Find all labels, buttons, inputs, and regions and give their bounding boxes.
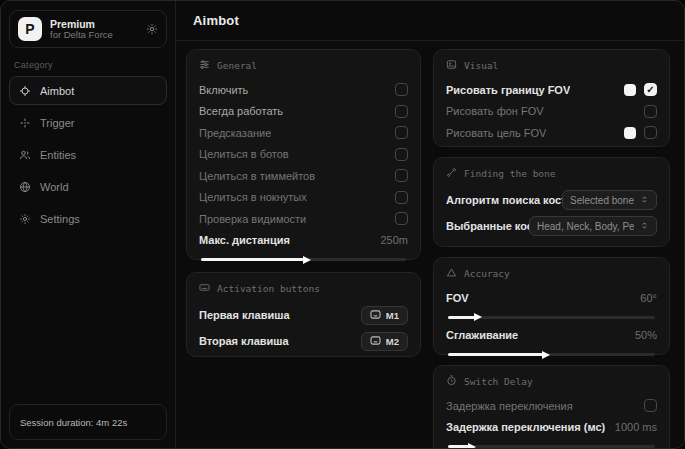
slider-thumb[interactable]: [303, 256, 311, 264]
main-header: Aimbot: [176, 1, 684, 41]
bone-row: Алгоритм поиска кост Selected bone: [446, 187, 657, 213]
trigger-icon: [19, 117, 31, 129]
sidebar-item-world[interactable]: World: [9, 172, 167, 201]
smoothing-label: Сглаживание: [446, 329, 518, 341]
slider-thumb[interactable]: [468, 443, 476, 449]
sidebar: P Premium for Delta Force Category Aimbo…: [1, 1, 176, 448]
fov-target-controls: [624, 126, 657, 139]
slider-label-row: FOV 60°: [446, 287, 657, 309]
target-knocked-checkbox[interactable]: [395, 191, 408, 204]
gear-icon[interactable]: [146, 23, 158, 35]
bone-algorithm-label: Алгоритм поиска кост: [446, 194, 562, 206]
switch-delay-checkbox[interactable]: [644, 399, 657, 412]
keycap-icon: [370, 336, 381, 347]
fov-background-checkbox[interactable]: [644, 105, 657, 118]
slider-label-row: Макс. дистанция 250m: [199, 230, 408, 252]
second-key-button[interactable]: M2: [361, 332, 408, 351]
accuracy-header: Accuracy: [446, 267, 657, 280]
first-key-button[interactable]: M1: [361, 306, 408, 325]
toggle-row: Задержка переключения: [446, 395, 657, 417]
visual-title: Visual: [464, 60, 498, 71]
max-distance-label: Макс. дистанция: [199, 234, 290, 246]
activation-card: Activation buttons Первая клавиша M1 Вто…: [186, 272, 421, 357]
brand-card: P Premium for Delta Force: [9, 10, 167, 48]
updown-chevrons-icon: [640, 221, 649, 232]
toggle-label: Проверка видимости: [199, 213, 306, 225]
visual-row: Рисовать фон FOV: [446, 101, 657, 123]
second-key-value: M2: [386, 336, 399, 347]
toggle-label: Предсказание: [199, 127, 271, 139]
toggle-label: Целиться в ботов: [199, 148, 289, 160]
slider-fill: [448, 353, 543, 356]
brand-logo: P: [18, 17, 42, 41]
fov-target-checkbox[interactable]: [644, 126, 657, 139]
category-label: Category: [14, 60, 167, 70]
toggle-label: Всегда работать: [199, 105, 283, 117]
fov-border-color-swatch[interactable]: [624, 84, 636, 96]
slider-thumb[interactable]: [542, 351, 550, 359]
visibility-check-checkbox[interactable]: [395, 212, 408, 225]
sidebar-item-label: Aimbot: [40, 85, 74, 97]
fov-border-checkbox[interactable]: [644, 83, 657, 96]
settings-gear-icon: [19, 213, 31, 225]
target-teammates-checkbox[interactable]: [395, 169, 408, 182]
slider-label-row: Сглаживание 50%: [446, 325, 657, 347]
always-work-checkbox[interactable]: [395, 105, 408, 118]
target-bots-checkbox[interactable]: [395, 148, 408, 161]
brand-subtitle: for Delta Force: [50, 30, 138, 41]
sidebar-item-aimbot[interactable]: Aimbot: [9, 76, 167, 105]
prediction-checkbox[interactable]: [395, 126, 408, 139]
updown-chevrons-icon: [640, 195, 649, 206]
fov-value: 60°: [640, 292, 657, 304]
brand-text: Premium for Delta Force: [50, 18, 138, 41]
slider-thumb[interactable]: [474, 313, 482, 321]
fov-target-color-swatch[interactable]: [624, 127, 636, 139]
users-icon: [19, 149, 31, 161]
globe-icon: [19, 181, 31, 193]
visual-row: Рисовать цель FOV: [446, 122, 657, 144]
max-distance-slider[interactable]: [201, 258, 406, 261]
first-key-value: M1: [386, 310, 399, 321]
session-duration-text: Session duration: 4m 22s: [20, 417, 127, 428]
toggle-label: Включить: [199, 84, 248, 96]
smoothing-value: 50%: [635, 329, 657, 341]
second-key-label: Вторая клавиша: [199, 335, 289, 347]
smoothing-slider[interactable]: [448, 353, 655, 356]
toggle-row: Предсказание: [199, 122, 408, 144]
bone-title: Finding the bone: [464, 168, 556, 179]
keyboard-icon: [199, 282, 210, 295]
fov-label: FOV: [446, 292, 469, 304]
switch-delay-toggle-label: Задержка переключения: [446, 400, 573, 412]
enable-checkbox[interactable]: [395, 83, 408, 96]
brand-title: Premium: [50, 18, 138, 30]
main-area: Aimbot General Включить Всегда работат: [176, 1, 684, 448]
visual-header: Visual: [446, 59, 657, 72]
sidebar-item-label: Settings: [40, 213, 80, 225]
sidebar-item-settings[interactable]: Settings: [9, 204, 167, 233]
left-column: General Включить Всегда работать Предска…: [186, 49, 421, 448]
selected-bones-dropdown[interactable]: Head, Neck, Body, Pe...: [529, 216, 657, 236]
visual-row: Рисовать границу FOV: [446, 79, 657, 101]
activation-header: Activation buttons: [199, 282, 408, 295]
switch-delay-ms-label: Задержка переключения (мс): [446, 421, 605, 433]
sidebar-item-entities[interactable]: Entities: [9, 140, 167, 169]
bone-card: Finding the bone Алгоритм поиска кост Se…: [433, 157, 670, 247]
keybind-row: Вторая клавиша M2: [199, 328, 408, 354]
bone-algorithm-dropdown[interactable]: Selected bone: [562, 190, 657, 210]
right-column: Visual Рисовать границу FOV Рисовать фон…: [433, 49, 670, 448]
fov-target-label: Рисовать цель FOV: [446, 127, 546, 139]
sidebar-item-label: World: [40, 181, 69, 193]
selected-bones-label: Выбранные кос: [446, 220, 529, 232]
toggle-row: Включить: [199, 79, 408, 101]
sidebar-item-trigger[interactable]: Trigger: [9, 108, 167, 137]
slider-fill: [201, 258, 304, 261]
fov-slider[interactable]: [448, 316, 655, 319]
switch-delay-slider[interactable]: [448, 445, 655, 448]
switch-delay-ms-value: 1000 ms: [615, 421, 657, 433]
switch-delay-header: Switch Delay: [446, 375, 657, 388]
clock-icon: [446, 375, 457, 388]
toggle-row: Всегда работать: [199, 101, 408, 123]
content: General Включить Всегда работать Предска…: [176, 41, 684, 448]
general-card: General Включить Всегда работать Предска…: [186, 49, 421, 260]
toggle-label: Целиться в нокнутых: [199, 191, 307, 203]
